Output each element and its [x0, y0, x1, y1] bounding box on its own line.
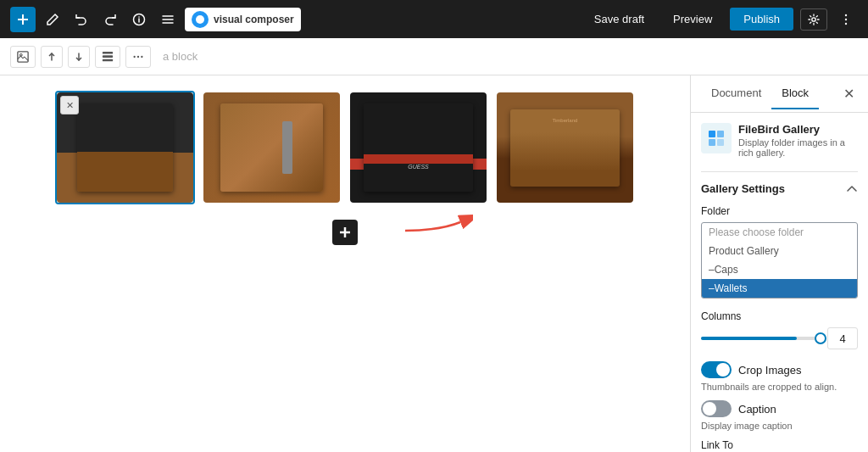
svg-rect-16	[103, 59, 113, 61]
folder-option-wallets[interactable]: –Wallets	[702, 279, 857, 298]
pencil-button[interactable]	[41, 9, 64, 30]
tab-block[interactable]: Block	[771, 78, 819, 109]
svg-rect-12	[18, 51, 28, 61]
plugin-name: FileBird Gallery	[738, 123, 858, 136]
caption-toggle[interactable]	[701, 400, 732, 417]
svg-point-8	[812, 17, 815, 20]
crop-desc: Thumbnails are cropped to align.	[701, 382, 858, 392]
svg-point-4	[138, 16, 140, 18]
gallery-item-4[interactable]: Timberland	[497, 92, 633, 203]
caption-field: Caption Display image caption	[701, 400, 858, 431]
gallery-item-3[interactable]: GUESS	[350, 92, 487, 203]
svg-point-17	[133, 55, 135, 57]
image-block-button[interactable]	[10, 46, 36, 68]
caption-desc: Display image caption	[701, 421, 858, 431]
gallery-item-2[interactable]	[203, 92, 340, 203]
folder-option-caps[interactable]: –Caps	[702, 260, 857, 279]
folder-label: Folder	[701, 205, 858, 217]
vc-logo-inner	[196, 15, 204, 24]
sidebar: Document Block ✕ FileBird Gallery Displa…	[690, 75, 868, 452]
columns-field: Columns 4	[701, 310, 858, 349]
gallery-grid: ✕ GUESS	[57, 92, 633, 203]
link-to-field: Link To None ▾	[701, 439, 858, 452]
link-to-label: Link To	[701, 439, 858, 451]
sidebar-body: FileBird Gallery Display folder images i…	[691, 113, 868, 452]
settings-button[interactable]	[800, 8, 827, 31]
crop-toggle[interactable]	[701, 361, 732, 378]
top-bar: visual composer Save draft Preview Publi…	[0, 0, 868, 38]
sub-bar: a block	[0, 38, 868, 75]
svg-rect-24	[717, 131, 724, 137]
slider-fill	[701, 337, 797, 340]
svg-rect-23	[709, 131, 715, 137]
undo-button[interactable]	[70, 9, 93, 30]
save-draft-button[interactable]: Save draft	[583, 7, 655, 31]
plugin-desc: Display folder images in a rich gallery.	[738, 137, 858, 158]
red-arrow	[405, 209, 473, 254]
slider-track[interactable]	[701, 337, 821, 340]
crop-label: Crop Images	[738, 364, 801, 377]
editor-area: ✕ GUESS	[0, 75, 690, 452]
top-bar-left: visual composer	[10, 7, 578, 32]
svg-point-18	[137, 55, 139, 57]
svg-rect-14	[103, 51, 113, 53]
svg-rect-26	[717, 139, 724, 146]
main-layout: ✕ GUESS	[0, 75, 868, 452]
vc-logo[interactable]: visual composer	[185, 8, 301, 31]
more-block-options[interactable]	[125, 46, 151, 68]
gallery-item-1[interactable]: ✕	[57, 92, 193, 203]
tab-document[interactable]: Document	[701, 78, 771, 109]
plugin-icon	[701, 123, 732, 153]
svg-point-19	[141, 55, 142, 57]
redo-button[interactable]	[98, 9, 122, 30]
nav-down-button[interactable]	[68, 46, 90, 68]
more-options-button[interactable]	[834, 8, 858, 31]
slider-thumb[interactable]	[815, 332, 826, 344]
wallet-image-4: Timberland	[497, 92, 633, 203]
folder-option-placeholder[interactable]: Please choose folder	[702, 223, 857, 242]
wallet-image-2	[203, 92, 340, 203]
preview-button[interactable]: Preview	[662, 7, 723, 31]
publish-button[interactable]: Publish	[730, 8, 793, 31]
slider-row: 4	[701, 327, 858, 349]
svg-rect-25	[709, 139, 715, 146]
caption-label: Caption	[738, 403, 776, 416]
block-type-hint: a block	[156, 50, 198, 63]
columns-value[interactable]: 4	[827, 327, 858, 349]
nav-up-button[interactable]	[41, 46, 63, 68]
list-button[interactable]	[156, 9, 180, 30]
collapse-icon[interactable]	[846, 183, 858, 195]
svg-point-9	[845, 14, 847, 15]
gallery-settings-section: Gallery Settings Folder Please choose fo…	[701, 171, 858, 452]
crop-toggle-knob	[716, 363, 730, 377]
crop-toggle-row: Crop Images	[701, 361, 858, 378]
sidebar-close-button[interactable]: ✕	[840, 82, 858, 105]
vc-logo-icon	[192, 11, 209, 28]
folder-select[interactable]: Please choose folder Product Gallery –Ca…	[701, 222, 858, 299]
remove-image-1-button[interactable]: ✕	[60, 96, 79, 114]
svg-point-13	[20, 53, 23, 56]
plugin-header: FileBird Gallery Display folder images i…	[701, 123, 858, 158]
folder-option-product[interactable]: Product Gallery	[702, 242, 857, 260]
sidebar-header: Document Block ✕	[691, 75, 868, 113]
align-button[interactable]	[95, 46, 120, 68]
vc-logo-text: visual composer	[214, 14, 294, 25]
gallery-settings-title: Gallery Settings	[701, 182, 858, 195]
info-button[interactable]	[127, 9, 151, 30]
plugin-info: FileBird Gallery Display folder images i…	[738, 123, 858, 158]
svg-point-10	[845, 18, 847, 20]
wallet-image-3: GUESS	[350, 92, 487, 203]
caption-toggle-row: Caption	[701, 400, 858, 417]
crop-images-field: Crop Images Thumbnails are cropped to al…	[701, 361, 858, 392]
add-block-toolbar-button[interactable]	[10, 7, 36, 32]
top-bar-right: Save draft Preview Publish	[583, 7, 858, 31]
svg-rect-15	[103, 55, 113, 58]
columns-label: Columns	[701, 310, 858, 322]
caption-toggle-knob	[703, 402, 716, 416]
add-block-button[interactable]	[332, 220, 358, 245]
svg-point-11	[845, 22, 847, 24]
